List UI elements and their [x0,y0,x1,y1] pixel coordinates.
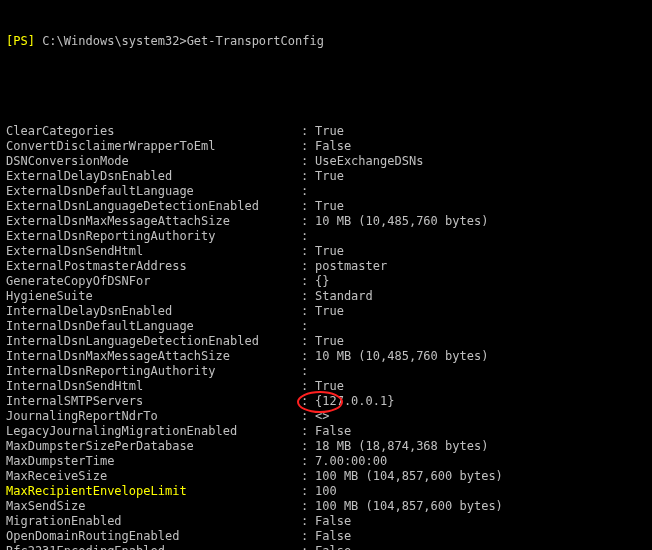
property-colon: : [301,394,315,409]
property-key: OpenDomainRoutingEnabled [6,529,301,544]
property-colon: : [301,349,315,364]
property-colon: : [301,469,315,484]
output-row: ExternalDelayDsnEnabled: True [6,169,646,184]
output-row: ExternalPostmasterAddress: postmaster [6,259,646,274]
prompt-line: [PS] C:\Windows\system32>Get-TransportCo… [6,34,646,49]
output-row: GenerateCopyOfDSNFor: {} [6,274,646,289]
property-colon: : [301,454,315,469]
property-value: 18 MB (18,874,368 bytes) [315,439,488,454]
output-row: InternalDelayDsnEnabled: True [6,304,646,319]
output-row: InternalDsnReportingAuthority: [6,364,646,379]
property-key: ExternalDelayDsnEnabled [6,169,301,184]
property-colon: : [301,124,315,139]
property-key: InternalSMTPServers [6,394,301,409]
property-value: UseExchangeDSNs [315,154,423,169]
property-value: 100 [315,484,337,499]
property-colon: : [301,544,315,550]
output-row: MaxDumpsterTime: 7.00:00:00 [6,454,646,469]
output-row: MaxReceiveSize: 100 MB (104,857,600 byte… [6,469,646,484]
property-key: ConvertDisclaimerWrapperToEml [6,139,301,154]
blank-line [6,79,646,94]
powershell-terminal[interactable]: [PS] C:\Windows\system32>Get-TransportCo… [0,0,652,550]
property-key: InternalDsnDefaultLanguage [6,319,301,334]
property-value: True [315,199,344,214]
property-colon: : [301,439,315,454]
property-colon: : [301,379,315,394]
property-key: MaxRecipientEnvelopeLimit [6,484,301,499]
property-key: InternalDsnSendHtml [6,379,301,394]
property-colon: : [301,319,315,334]
output-row: InternalDsnMaxMessageAttachSize: 10 MB (… [6,349,646,364]
output-row: DSNConversionMode: UseExchangeDSNs [6,154,646,169]
command-output: ClearCategories: TrueConvertDisclaimerWr… [6,124,646,550]
output-row: InternalDsnDefaultLanguage: [6,319,646,334]
property-colon: : [301,139,315,154]
property-colon: : [301,304,315,319]
property-key: ExternalPostmasterAddress [6,259,301,274]
output-row: LegacyJournalingMigrationEnabled: False [6,424,646,439]
property-key: InternalDelayDsnEnabled [6,304,301,319]
property-key: InternalDsnReportingAuthority [6,364,301,379]
output-row: InternalDsnLanguageDetectionEnabled: Tru… [6,334,646,349]
property-value: True [315,169,344,184]
property-colon: : [301,499,315,514]
property-key: GenerateCopyOfDSNFor [6,274,301,289]
output-row: ExternalDsnSendHtml: True [6,244,646,259]
property-value: True [315,304,344,319]
property-value: 7.00:00:00 [315,454,387,469]
output-row: ExternalDsnDefaultLanguage: [6,184,646,199]
property-colon: : [301,289,315,304]
output-row: MaxSendSize: 100 MB (104,857,600 bytes) [6,499,646,514]
property-colon: : [301,184,315,199]
property-colon: : [301,154,315,169]
output-row: ConvertDisclaimerWrapperToEml: False [6,139,646,154]
output-row: ExternalDsnReportingAuthority: [6,229,646,244]
property-colon: : [301,199,315,214]
property-value: 100 MB (104,857,600 bytes) [315,469,503,484]
property-value: True [315,124,344,139]
property-value: {} [315,274,329,289]
property-colon: : [301,244,315,259]
output-row: HygieneSuite: Standard [6,289,646,304]
property-colon: : [301,529,315,544]
property-value: False [315,424,351,439]
property-key: MigrationEnabled [6,514,301,529]
property-key: ExternalDsnLanguageDetectionEnabled [6,199,301,214]
property-key: JournalingReportNdrTo [6,409,301,424]
property-colon: : [301,229,315,244]
property-key: ExternalDsnReportingAuthority [6,229,301,244]
property-key: ExternalDsnSendHtml [6,244,301,259]
property-key: LegacyJournalingMigrationEnabled [6,424,301,439]
property-colon: : [301,274,315,289]
output-row: MaxRecipientEnvelopeLimit: 100 [6,484,646,499]
output-row: OpenDomainRoutingEnabled: False [6,529,646,544]
property-value: 100 MB (104,857,600 bytes) [315,499,503,514]
property-value: True [315,334,344,349]
property-value: 10 MB (10,485,760 bytes) [315,349,488,364]
property-key: ClearCategories [6,124,301,139]
prompt-ps: [PS] [6,34,35,49]
property-colon: : [301,169,315,184]
property-value: <> [315,409,329,424]
output-row: ExternalDsnMaxMessageAttachSize: 10 MB (… [6,214,646,229]
output-row: JournalingReportNdrTo: <> [6,409,646,424]
output-row: ClearCategories: True [6,124,646,139]
property-value: Standard [315,289,373,304]
property-colon: : [301,214,315,229]
output-row: Rfc2231EncodingEnabled: False [6,544,646,550]
property-key: MaxDumpsterTime [6,454,301,469]
property-value: 10 MB (10,485,760 bytes) [315,214,488,229]
property-colon: : [301,259,315,274]
property-key: MaxDumpsterSizePerDatabase [6,439,301,454]
property-colon: : [301,409,315,424]
property-key: ExternalDsnMaxMessageAttachSize [6,214,301,229]
property-colon: : [301,514,315,529]
output-row: ExternalDsnLanguageDetectionEnabled: Tru… [6,199,646,214]
prompt-path: C:\Windows\system32> [35,34,187,49]
property-colon: : [301,424,315,439]
property-key: InternalDsnLanguageDetectionEnabled [6,334,301,349]
property-value: postmaster [315,259,387,274]
property-key: MaxSendSize [6,499,301,514]
output-row: MaxDumpsterSizePerDatabase: 18 MB (18,87… [6,439,646,454]
property-colon: : [301,334,315,349]
